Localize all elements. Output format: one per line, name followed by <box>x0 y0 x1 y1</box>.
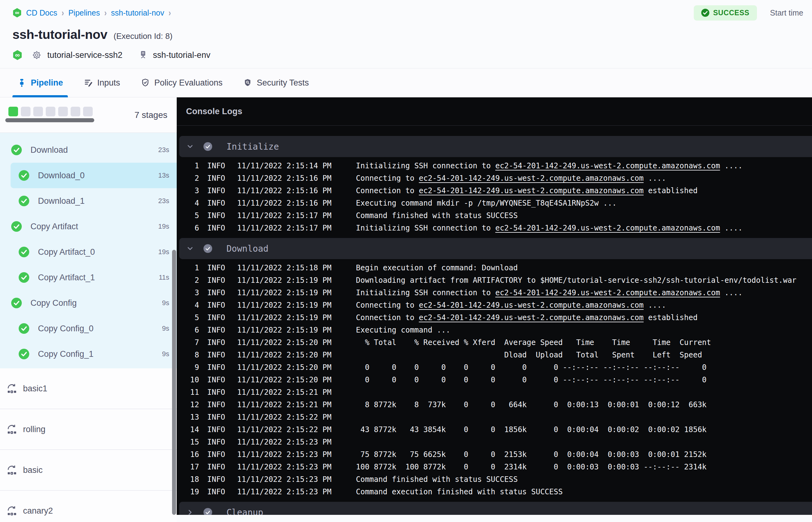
stage-duration: 9s <box>162 324 169 333</box>
rollback-stage-name: basic <box>23 465 43 475</box>
pipeline-icon <box>17 78 26 87</box>
log-line: 6INFO11/11/2022 2:15:17 PMInitializing S… <box>179 222 812 234</box>
log-timestamp: 11/11/2022 2:15:16 PM <box>237 197 333 209</box>
tab-label: Pipeline <box>31 78 63 88</box>
tab-inputs[interactable]: Inputs <box>79 68 125 97</box>
stage-progress-segment <box>21 107 31 116</box>
log-level: INFO <box>207 312 234 324</box>
stage-list: Download23sDownload_013sDownload_123sCop… <box>0 133 177 368</box>
log-line: 4INFO11/11/2022 2:15:19 PMConnecting to … <box>179 299 812 312</box>
log-timestamp: 11/11/2022 2:15:19 PM <box>237 312 333 324</box>
log-message: 43 8772k 43 3854k 0 0 1856k 0 0:00:04 0:… <box>356 423 707 436</box>
log-message: Executing command ... <box>356 324 450 336</box>
stage-row[interactable]: Copy Artifact_111s <box>0 265 177 290</box>
log-level: INFO <box>207 160 234 172</box>
rollback-stage-row[interactable]: canary2 <box>0 490 177 522</box>
rollback-icon <box>6 383 17 394</box>
log-timestamp: 11/11/2022 2:15:20 PM <box>237 349 333 361</box>
breadcrumb-link-pipeline-name[interactable]: ssh-tutorial-nov <box>111 8 164 17</box>
chevron-right-icon[interactable] <box>186 508 194 515</box>
tab-policy-evaluations[interactable]: Policy Evaluations <box>136 68 227 97</box>
log-host-link[interactable]: ec2-54-201-142-249.us-west-2.compute.ama… <box>419 301 643 309</box>
main-content: 7 stages Download23sDownload_013sDownloa… <box>0 97 812 515</box>
log-line-number: 2 <box>187 274 199 286</box>
log-timestamp: 11/11/2022 2:15:14 PM <box>237 160 333 172</box>
tab-pipeline[interactable]: Pipeline <box>13 68 68 97</box>
stage-name: Copy Artifact_0 <box>38 247 95 257</box>
log-level: INFO <box>207 374 234 386</box>
chevron-down-icon[interactable] <box>186 244 194 253</box>
harness-logo-icon: ∞ <box>13 8 22 17</box>
stage-success-check-icon <box>19 196 29 206</box>
stage-success-check-icon <box>19 349 29 359</box>
stage-row[interactable]: Download23s <box>0 137 177 163</box>
log-host-link[interactable]: ec2-54-201-142-249.us-west-2.compute.ama… <box>495 288 720 297</box>
rollback-stage-row[interactable]: basic <box>0 450 177 490</box>
stage-row[interactable]: Copy Artifact_019s <box>0 239 177 265</box>
log-message: 0 0 0 0 0 0 0 0 --:--:-- --:--:-- --:--:… <box>356 361 707 374</box>
log-section-header[interactable]: Download <box>179 238 812 259</box>
breadcrumb-link-cd-docs[interactable]: CD Docs <box>26 8 57 17</box>
log-message: Connection to ec2-54-201-142-249.us-west… <box>356 184 697 197</box>
gear-icon <box>32 50 42 60</box>
log-level: INFO <box>207 399 234 411</box>
sidebar-scrollbar[interactable] <box>172 250 176 515</box>
stage-duration: 19s <box>158 222 169 230</box>
log-level: INFO <box>207 486 234 498</box>
log-host-link[interactable]: ec2-54-201-142-249.us-west-2.compute.ama… <box>495 224 720 233</box>
rollback-stage-name: rolling <box>23 425 45 434</box>
stages-sidebar: 7 stages Download23sDownload_013sDownloa… <box>0 97 177 515</box>
log-message: Initializing SSH connection to ec2-54-20… <box>356 160 743 172</box>
log-level: INFO <box>207 411 234 423</box>
log-message: Command execution finished with status S… <box>356 486 563 498</box>
stage-name: Copy Artifact_1 <box>38 273 95 282</box>
log-line-number: 13 <box>187 411 199 423</box>
minimap-scrollbar[interactable] <box>5 118 94 122</box>
breadcrumb-link-pipelines[interactable]: Pipelines <box>68 8 100 17</box>
rollback-stage-row[interactable]: rolling <box>0 409 177 450</box>
stage-success-check-icon <box>19 323 29 334</box>
log-level: INFO <box>207 222 234 234</box>
stage-row[interactable]: Copy Config_09s <box>0 316 177 341</box>
stage-duration: 11s <box>159 274 169 282</box>
stage-row[interactable]: Download_013s <box>11 163 177 188</box>
log-line-number: 4 <box>187 299 199 312</box>
log-host-link[interactable]: ec2-54-201-142-249.us-west-2.compute.ama… <box>419 313 643 322</box>
environment-name[interactable]: ssh-tutorial-env <box>153 51 210 60</box>
log-timestamp: 11/11/2022 2:15:23 PM <box>237 436 333 448</box>
log-host-link[interactable]: ec2-54-201-142-249.us-west-2.compute.ama… <box>419 186 643 195</box>
log-message: % Total % Received % Xferd Average Speed… <box>356 336 711 349</box>
log-line-number: 1 <box>187 262 199 274</box>
rollback-icon <box>6 424 17 435</box>
log-level: INFO <box>207 336 234 349</box>
log-timestamp: 11/11/2022 2:15:19 PM <box>237 274 333 286</box>
chevron-down-icon[interactable] <box>186 142 194 150</box>
log-message: Command finished with status SUCCESS <box>356 473 518 486</box>
log-timestamp: 11/11/2022 2:15:22 PM <box>237 423 333 436</box>
log-line: 9INFO11/11/2022 2:15:20 PM 0 0 0 0 0 0 0… <box>179 361 812 374</box>
stage-duration: 23s <box>158 197 169 205</box>
log-message: 75 8772k 75 6625k 0 0 2153k 0 0:00:04 0:… <box>356 448 707 461</box>
log-line: 15INFO11/11/2022 2:15:23 PM <box>179 436 812 448</box>
active-tab-underline <box>13 95 68 97</box>
log-section-header[interactable]: Initialize <box>179 136 812 157</box>
stage-row[interactable]: Download_123s <box>0 188 177 214</box>
log-line-number: 19 <box>187 486 199 498</box>
log-host-link[interactable]: ec2-54-201-142-249.us-west-2.compute.ama… <box>419 174 643 183</box>
log-line-number: 14 <box>187 423 199 436</box>
log-message: Initializing SSH connection to ec2-54-20… <box>356 222 743 234</box>
stage-row[interactable]: Copy Artifact19s <box>0 214 177 239</box>
tab-security-tests[interactable]: Security Tests <box>238 68 313 97</box>
rollback-stage-row[interactable]: basic1 <box>0 368 177 409</box>
log-section-header[interactable]: Cleanup <box>179 502 812 515</box>
stage-name: Copy Config <box>31 298 77 308</box>
stage-row[interactable]: Copy Config9s <box>0 290 177 316</box>
stage-row[interactable]: Copy Config_19s <box>0 341 177 367</box>
log-host-link[interactable]: ec2-54-201-142-249.us-west-2.compute.ama… <box>495 161 720 170</box>
log-line: 4INFO11/11/2022 2:15:16 PMExecuting comm… <box>179 197 812 209</box>
chevron-right-icon: › <box>104 7 107 18</box>
service-name[interactable]: tutorial-service-ssh2 <box>47 51 123 60</box>
log-line: 3INFO11/11/2022 2:15:16 PMConnection to … <box>179 184 812 197</box>
log-timestamp: 11/11/2022 2:15:19 PM <box>237 324 333 336</box>
log-level: INFO <box>207 461 234 473</box>
